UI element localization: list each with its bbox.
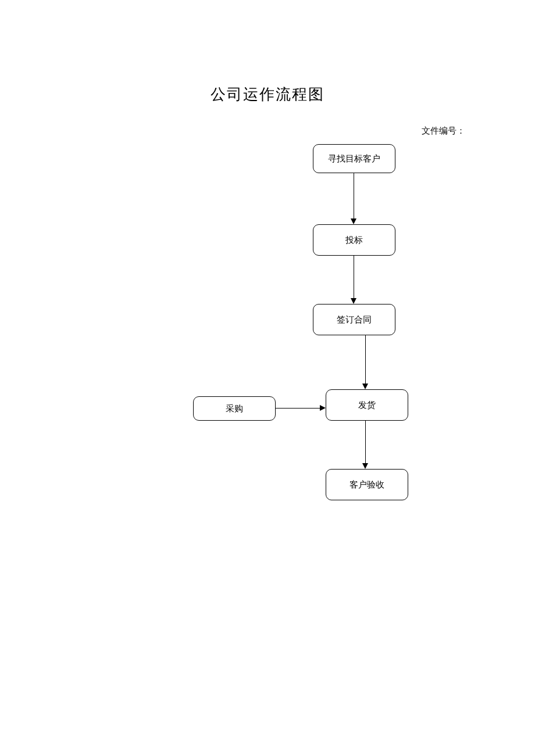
page-title: 公司运作流程图 [0,84,535,105]
arrow [276,408,320,409]
arrow [365,335,366,385]
node-find-customer: 寻找目标客户 [313,144,395,173]
arrow [365,421,366,464]
arrow [354,256,354,299]
node-bid: 投标 [313,224,395,256]
node-label: 投标 [345,235,363,246]
arrowhead-down-icon [362,384,368,389]
node-ship: 发货 [326,389,408,421]
node-label: 寻找目标客户 [328,153,380,164]
doc-number-label: 文件编号： [422,126,465,137]
node-label: 发货 [358,400,376,411]
node-contract: 签订合同 [313,304,395,335]
node-procure: 采购 [193,396,276,421]
arrowhead-down-icon [351,218,356,224]
node-label: 采购 [226,403,243,414]
node-label: 签订合同 [337,314,372,325]
arrowhead-right-icon [320,405,326,411]
node-label: 客户验收 [349,479,384,490]
arrowhead-down-icon [351,298,356,304]
arrowhead-down-icon [362,463,368,469]
node-acceptance: 客户验收 [326,469,408,500]
arrow [354,173,354,220]
